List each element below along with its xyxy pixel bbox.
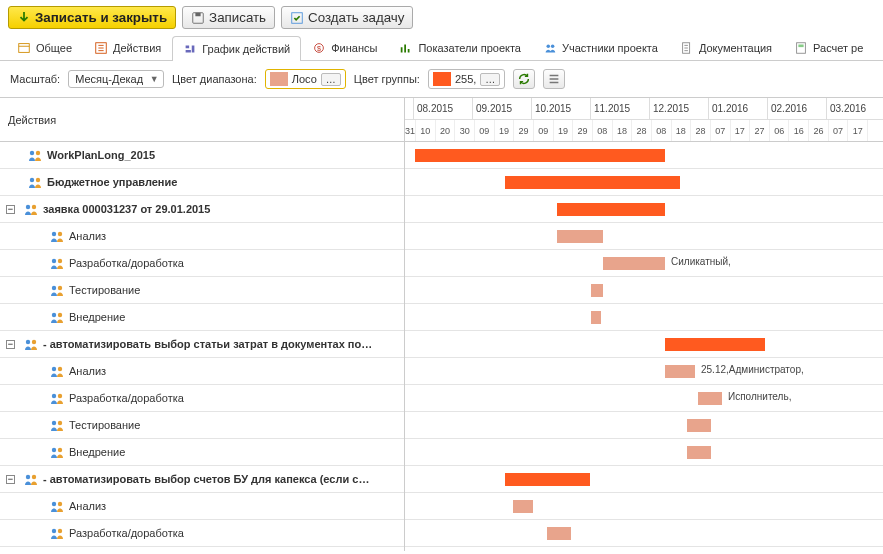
row-text: Разработка/доработка (69, 527, 184, 539)
group-bar[interactable] (557, 203, 665, 216)
schedule-icon (183, 42, 197, 56)
gantt-row-label[interactable]: − - автоматизировать выбор статьи затрат… (0, 331, 404, 358)
row-text: Внедрение (69, 311, 125, 323)
group-color-picker-button[interactable]: … (480, 73, 500, 86)
people-icon (23, 471, 39, 487)
create-task-button[interactable]: Создать задачу (281, 6, 413, 29)
gantt-row-bars (405, 466, 883, 493)
gantt-row-label[interactable]: Тестирование (0, 277, 404, 304)
expand-toggle[interactable]: − (6, 340, 15, 349)
month-cell: 08.2015 (414, 98, 473, 119)
tab-finance[interactable]: $Финансы (301, 35, 388, 60)
tab-members[interactable]: Участники проекта (532, 35, 669, 60)
gantt-right-column: 08.201509.201510.201511.201512.201501.20… (405, 98, 883, 551)
gantt-row-bars (405, 304, 883, 331)
group-bar[interactable] (505, 176, 680, 189)
task-bar[interactable] (591, 284, 603, 297)
day-cell: 09 (534, 120, 554, 141)
gantt-row-label[interactable]: Внедрение (0, 439, 404, 466)
gantt-row-label[interactable]: Разработка/доработка (0, 520, 404, 547)
expand-toggle[interactable]: − (6, 205, 15, 214)
gantt-row-label[interactable]: Разработка/доработка (0, 385, 404, 412)
tab-label: Финансы (331, 42, 377, 54)
tab-calc[interactable]: Расчет ре (783, 35, 874, 60)
tab-label: Показатели проекта (418, 42, 521, 54)
day-cell: 19 (554, 120, 574, 141)
tab-actions[interactable]: Действия (83, 35, 172, 60)
gantt-row-label[interactable]: Бюджетное управление (0, 169, 404, 196)
people-icon (49, 390, 65, 406)
chevron-down-icon: ▼ (149, 74, 159, 84)
gantt-row-label[interactable]: Анализ (0, 358, 404, 385)
gantt-row-label[interactable]: Внедрение (0, 304, 404, 331)
calc-icon (794, 41, 808, 55)
svg-point-32 (52, 421, 56, 425)
people-icon (49, 309, 65, 325)
group-bar[interactable] (505, 473, 590, 486)
save-and-close-button[interactable]: Записать и закрыть (8, 6, 176, 29)
task-bar[interactable] (513, 500, 533, 513)
gantt-row-label[interactable]: − - автоматизировать выбор счетов БУ для… (0, 466, 404, 493)
task-icon (290, 11, 304, 25)
svg-point-15 (36, 178, 40, 182)
scale-select[interactable]: Месяц-Декад ▼ (68, 70, 164, 88)
tab-label: Общее (36, 42, 72, 54)
group-bar[interactable] (415, 149, 665, 162)
tab-schedule[interactable]: График действий (172, 36, 301, 61)
gantt-timeline-header: 08.201509.201510.201511.201512.201501.20… (405, 98, 883, 142)
task-bar[interactable] (591, 311, 601, 324)
task-bar[interactable] (603, 257, 665, 270)
people-icon (49, 363, 65, 379)
expand-toggle[interactable]: − (6, 475, 15, 484)
gantt-row-label[interactable]: −заявка 000031237 от 29.01.2015 (0, 196, 404, 223)
tab-label: Действия (113, 42, 161, 54)
group-color-field[interactable]: 255, … (428, 69, 505, 89)
list-settings-button[interactable] (543, 69, 565, 89)
svg-point-23 (58, 286, 62, 290)
day-cell: 17 (848, 120, 868, 141)
save-icon (191, 11, 205, 25)
gantt-row-label[interactable]: Разработка/доработка (0, 250, 404, 277)
range-color-picker-button[interactable]: … (321, 73, 341, 86)
svg-point-16 (26, 205, 30, 209)
bar-label: Силикатный, (671, 256, 731, 267)
svg-point-18 (52, 232, 56, 236)
row-text: Анализ (69, 500, 106, 512)
tab-docs[interactable]: Документация (669, 35, 783, 60)
task-bar[interactable] (687, 446, 711, 459)
tab-label: Расчет ре (813, 42, 863, 54)
gantt-row-label[interactable]: Анализ (0, 493, 404, 520)
people-icon (49, 444, 65, 460)
svg-point-29 (58, 367, 62, 371)
gantt-row-label[interactable]: Анализ (0, 223, 404, 250)
gantt-row-labels: WorkPlanLong_2015Бюджетное управление−за… (0, 142, 404, 551)
row-text: Внедрение (69, 446, 125, 458)
day-cell: 18 (672, 120, 692, 141)
task-bar[interactable] (557, 230, 603, 243)
group-color-value: 255, (455, 73, 476, 85)
gantt-row-label[interactable]: WorkPlanLong_2015 (0, 142, 404, 169)
group-color-label: Цвет группы: (354, 73, 420, 85)
svg-rect-1 (195, 12, 200, 16)
tab-common[interactable]: Общее (6, 35, 83, 60)
tab-indicators[interactable]: Показатели проекта (388, 35, 532, 60)
task-bar[interactable] (698, 392, 722, 405)
group-bar[interactable] (665, 338, 765, 351)
gantt-row-bars (405, 142, 883, 169)
gantt-bars-area[interactable]: Силикатный,25.12,Администратор,Исполните… (405, 142, 883, 551)
row-text: - автоматизировать выбор статьи затрат в… (43, 338, 372, 350)
month-cell: 10.2015 (532, 98, 591, 119)
task-bar[interactable] (547, 527, 571, 540)
gantt-row-bars (405, 331, 883, 358)
month-cell: 01.2016 (709, 98, 768, 119)
refresh-button[interactable] (513, 69, 535, 89)
task-bar[interactable] (665, 365, 695, 378)
gantt-row-label[interactable]: Тестирование (0, 412, 404, 439)
range-color-field[interactable]: Лосо … (265, 69, 346, 89)
task-bar[interactable] (687, 419, 711, 432)
save-button[interactable]: Записать (182, 6, 275, 29)
gantt-row-bars: Исполнитель, (405, 385, 883, 412)
tab-label: График действий (202, 43, 290, 55)
row-text: Разработка/доработка (69, 392, 184, 404)
common-icon (17, 41, 31, 55)
